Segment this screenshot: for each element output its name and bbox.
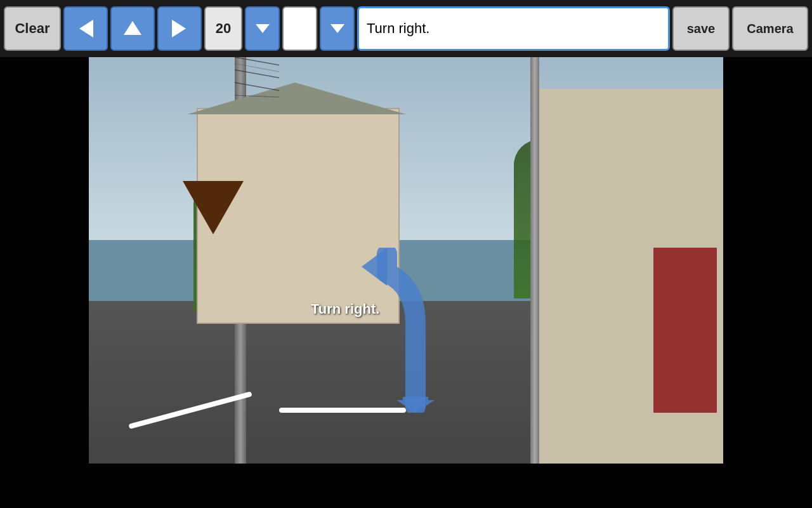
color-swatch [282, 6, 317, 51]
pole-right [530, 57, 539, 464]
road-sign-triangle [183, 181, 244, 234]
clear-button[interactable]: Clear [4, 6, 61, 51]
up-arrow-button[interactable] [110, 6, 155, 51]
up-arrow-icon [121, 17, 144, 40]
forward-arrow-icon [168, 17, 191, 40]
building-roof [187, 83, 406, 114]
back-arrow-icon [74, 17, 97, 40]
turn-right-arrow-icon [355, 248, 457, 413]
chevron-down-icon-2 [328, 19, 347, 38]
number-display: 20 [204, 6, 242, 51]
svg-marker-2 [172, 20, 186, 37]
number-dropdown-button[interactable] [245, 6, 280, 51]
svg-marker-12 [396, 397, 435, 413]
save-button[interactable]: save [672, 6, 730, 51]
forward-arrow-button[interactable] [157, 6, 202, 51]
street-image-area: Turn right. [89, 57, 723, 464]
instruction-text-input[interactable] [357, 6, 670, 51]
turn-arrow-overlay [355, 248, 457, 413]
street-scene: Turn right. [89, 57, 723, 464]
svg-marker-0 [79, 20, 93, 37]
camera-button[interactable]: Camera [732, 6, 808, 51]
chevron-down-icon [253, 19, 272, 38]
color-dropdown-button[interactable] [320, 6, 355, 51]
svg-marker-1 [124, 21, 141, 35]
back-arrow-button[interactable] [63, 6, 108, 51]
svg-marker-4 [331, 24, 344, 33]
red-sign-right [653, 248, 717, 413]
svg-marker-11 [362, 248, 387, 286]
svg-marker-3 [256, 24, 270, 33]
toolbar: Clear 20 save Camera [0, 0, 812, 57]
